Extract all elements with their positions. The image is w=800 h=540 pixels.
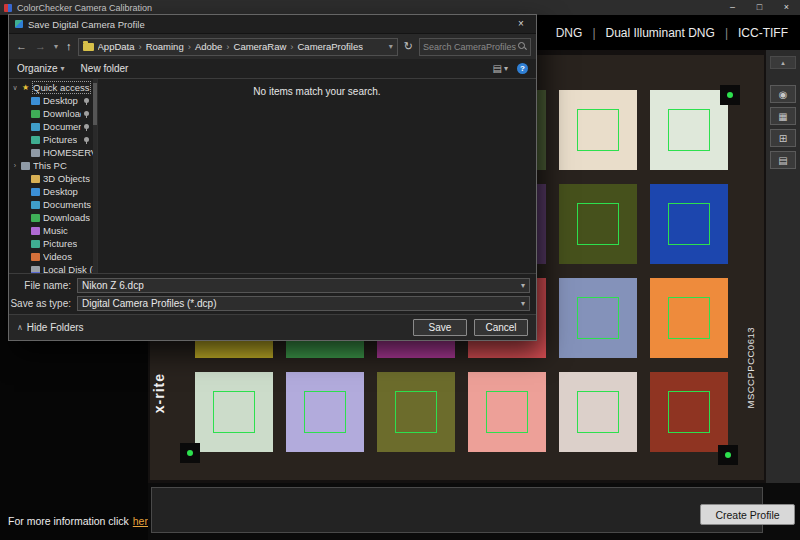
app-title: ColorChecker Camera Calibration — [17, 3, 152, 13]
color-patch — [559, 372, 637, 452]
sidebar-item-videos[interactable]: Videos — [9, 250, 93, 263]
grid-icon[interactable]: ▦ — [770, 107, 796, 125]
hide-folders-label: Hide Folders — [27, 322, 84, 333]
breadcrumb-item-cameraprofiles[interactable]: CameraProfiles — [298, 41, 363, 52]
chevron-right-icon: › — [290, 41, 293, 52]
create-profile-button[interactable]: Create Profile — [700, 504, 795, 525]
chevron-down-icon[interactable]: ▾ — [521, 281, 525, 290]
sidebar-item-homeservei[interactable]: HOMESERVEI — [9, 146, 93, 159]
info-line: For more information clickhere — [8, 515, 154, 527]
search-box[interactable] — [419, 38, 531, 56]
tab-icc-tiff[interactable]: ICC-TIFF — [738, 26, 788, 40]
chevron-right-icon: › — [139, 41, 142, 52]
sidebar-item-3d-objects[interactable]: 3D Objects — [9, 172, 93, 185]
chevron-down-icon[interactable]: ▾ — [521, 299, 525, 308]
sidebar-item-pictures[interactable]: Pictures — [9, 133, 93, 146]
new-folder-button[interactable]: New folder — [81, 63, 129, 74]
hide-folders-button[interactable]: ∧ Hide Folders — [17, 322, 84, 333]
pin-icon — [84, 98, 89, 103]
patch-overlay-square — [668, 391, 710, 433]
sidebar-item-quick-access[interactable]: ∨★Quick access — [9, 81, 93, 94]
pictures-icon — [31, 240, 40, 248]
cancel-button[interactable]: Cancel — [474, 319, 528, 336]
camera-icon[interactable]: ◉ — [770, 85, 796, 103]
search-input[interactable] — [423, 42, 518, 52]
computer-icon — [31, 149, 40, 157]
breadcrumb-dropdown-icon[interactable]: ▾ — [389, 42, 393, 51]
organize-menu[interactable]: Organize ▾ — [17, 63, 65, 74]
desktop-icon — [31, 188, 40, 196]
info-text: For more information click — [8, 515, 129, 527]
fiducial-marker — [718, 445, 738, 465]
forward-button[interactable]: → — [33, 41, 48, 52]
help-button[interactable]: ? — [517, 63, 528, 74]
save-button[interactable]: Save — [413, 319, 467, 336]
tab-dng[interactable]: DNG — [556, 26, 583, 40]
file-name-label: File name: — [9, 280, 71, 291]
patch-overlay-square — [577, 391, 619, 433]
color-patch — [650, 372, 728, 452]
file-list-area[interactable]: No items match your search. — [97, 79, 536, 273]
sidebar-item-pictures[interactable]: Pictures — [9, 237, 93, 250]
quick-access-icon: ★ — [21, 84, 30, 92]
scroll-up-icon[interactable]: ▴ — [770, 56, 796, 69]
list-icon[interactable]: ▤ — [770, 151, 796, 169]
app-titlebar[interactable]: ColorChecker Camera Calibration – □ × — [0, 0, 800, 15]
folder-icon — [83, 43, 94, 51]
pin-icon — [84, 137, 89, 142]
expander-icon: › — [12, 162, 18, 169]
documents-icon — [31, 123, 40, 131]
tab-separator: | — [592, 26, 595, 40]
breadcrumb-item-cameraraw[interactable]: CameraRaw — [234, 41, 287, 52]
videos-icon — [31, 253, 40, 261]
color-patch — [286, 372, 364, 452]
tab-dual-illuminant-dng[interactable]: Dual Illuminant DNG — [606, 26, 715, 40]
breadcrumb-item-appdata[interactable]: AppData — [98, 41, 135, 52]
dialog-toolbar: Organize ▾ New folder ▤ ▾ ? — [9, 59, 536, 79]
refresh-button[interactable]: ↻ — [402, 41, 415, 52]
sidebar-item-music[interactable]: Music — [9, 224, 93, 237]
up-button[interactable]: ↑ — [64, 41, 74, 52]
color-patch — [468, 372, 546, 452]
thumbnail-strip[interactable] — [151, 487, 763, 533]
sidebar-item-desktop[interactable]: Desktop — [9, 94, 93, 107]
sidebar-item-documents[interactable]: Documents — [9, 198, 93, 211]
folder-label: Quick access — [33, 82, 90, 93]
breadcrumb-item-adobe[interactable]: Adobe — [195, 41, 222, 52]
file-name-input[interactable]: Nikon Z 6.dcp ▾ — [77, 278, 530, 293]
desktop-icon — [31, 97, 40, 105]
file-name-value: Nikon Z 6.dcp — [82, 280, 144, 291]
breadcrumb[interactable]: AppData›Roaming›Adobe›CameraRaw›CameraPr… — [78, 38, 398, 56]
minimize-button[interactable]: – — [719, 0, 746, 15]
organize-label: Organize — [17, 63, 58, 74]
sidebar-item-downloads[interactable]: Downloads — [9, 211, 93, 224]
sidebar-item-this-pc[interactable]: ›This PC — [9, 159, 93, 172]
chart-serial-label: MSCCPPCC0613 — [745, 327, 756, 409]
right-toolbar: ▴ ◉▦⊞▤ — [766, 50, 800, 483]
chart-brand-label: x-rite — [151, 373, 167, 413]
sidebar-item-documents[interactable]: Documents — [9, 120, 93, 133]
dialog-title: Save Digital Camera Profile — [28, 19, 145, 30]
close-button[interactable]: × — [773, 0, 800, 15]
folder-label: Local Disk (C:) — [43, 264, 93, 273]
views-button[interactable]: ▤ ▾ — [493, 63, 508, 74]
sidebar-item-desktop[interactable]: Desktop — [9, 185, 93, 198]
folder-label: This PC — [33, 160, 67, 171]
maximize-button[interactable]: □ — [746, 0, 773, 15]
dialog-titlebar[interactable]: Save Digital Camera Profile × — [9, 15, 536, 33]
fiducial-marker — [720, 85, 740, 105]
sidebar-item-downloads[interactable]: Downloads — [9, 107, 93, 120]
dialog-close-button[interactable]: × — [506, 15, 536, 33]
patch-overlay-square — [304, 391, 346, 433]
color-patch — [559, 278, 637, 358]
save-type-select[interactable]: Digital Camera Profiles (*.dcp) ▾ — [77, 296, 530, 311]
patch-overlay-square — [577, 297, 619, 339]
history-dropdown-icon[interactable]: ▾ — [52, 43, 60, 51]
sidebar-item-local-disk-c[interactable]: Local Disk (C:) — [9, 263, 93, 273]
color-patch — [650, 184, 728, 264]
back-button[interactable]: ← — [14, 41, 29, 52]
breadcrumb-item-roaming[interactable]: Roaming — [146, 41, 184, 52]
fiducial-dot — [725, 452, 731, 458]
patch-target-icon[interactable]: ⊞ — [770, 129, 796, 147]
folder-tree: ∨★Quick accessDesktopDownloadsDocumentsP… — [9, 79, 93, 273]
